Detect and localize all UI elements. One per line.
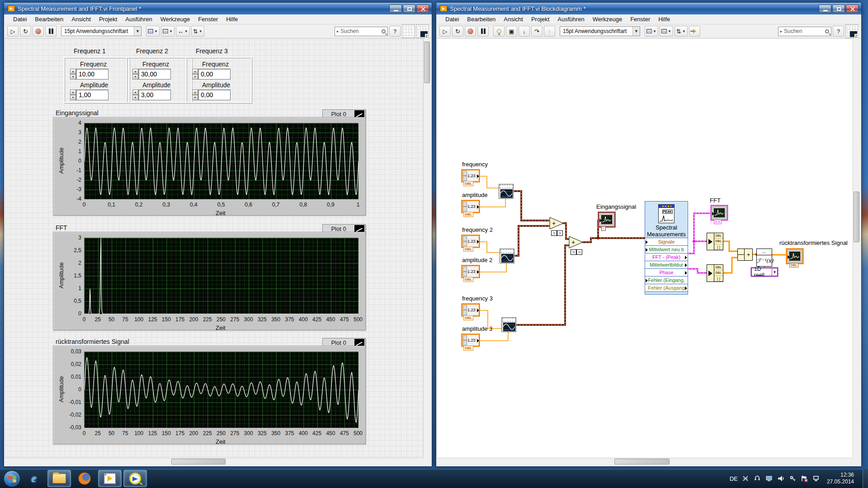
graph-indicator-fft[interactable] — [711, 205, 728, 221]
numeric-control-terminal-amplitude-3[interactable]: 1.23 — [462, 334, 480, 347]
numeric-value[interactable]: 1,00 — [76, 89, 108, 100]
increment-decrement[interactable]: ▲▼ — [70, 89, 76, 100]
abort-button[interactable] — [33, 26, 44, 37]
resize-objects-button[interactable]: ↔▼ — [176, 26, 190, 37]
horizontal-scrollbar[interactable] — [437, 458, 853, 465]
re-im-to-complex-function[interactable]: + — [737, 249, 753, 261]
reorder-objects-button[interactable]: ⇅▼ — [191, 26, 204, 37]
menu-fenster[interactable]: Fenster — [626, 15, 654, 23]
menu-werkzeuge[interactable]: Werkzeuge — [589, 15, 627, 23]
step-out-button[interactable]: ↑ — [544, 26, 555, 37]
menu-fenster[interactable]: Fenster — [194, 15, 222, 23]
terminal-fehler-ausgang[interactable]: Fehler (Ausgang — [645, 284, 688, 291]
distribute-objects-button[interactable]: ▼ — [161, 26, 175, 37]
highlight-execution-button[interactable] — [493, 26, 505, 37]
graph-indicator-eingangssignal[interactable] — [598, 212, 615, 227]
add-function-1[interactable]: + — [549, 217, 564, 231]
font-selector[interactable]: 15pt Anwendungsschriftart▼ — [61, 26, 142, 36]
window-pair-button[interactable] — [845, 24, 858, 38]
numeric-value[interactable]: 0,00 — [198, 69, 231, 80]
numeric-value[interactable]: 30,00 — [138, 69, 171, 80]
show-desktop-button[interactable] — [863, 469, 868, 488]
window-pair-button[interactable] — [416, 24, 429, 38]
menu-bearbeiten[interactable]: Bearbeiten — [463, 15, 500, 23]
abort-button[interactable] — [465, 26, 476, 37]
clean-up-diagram-button[interactable] — [689, 26, 700, 37]
tray-icon-volume[interactable] — [777, 475, 785, 482]
scrollbar-thumb[interactable] — [854, 192, 859, 242]
reorder-objects-button[interactable]: ⇅▼ — [675, 26, 688, 37]
sine-waveform-vi-3[interactable] — [501, 317, 516, 332]
numeric-value[interactable]: 10,00 — [76, 69, 108, 80]
scrollbar-thumb[interactable] — [171, 459, 226, 465]
frequenz-3-frequenz-control[interactable]: ▲▼ 0,00 — [192, 69, 231, 80]
numeric-control-terminal-frequency-3[interactable]: 1.23 — [462, 304, 480, 316]
sine-waveform-vi-2[interactable] — [500, 249, 514, 263]
vertical-scrollbar[interactable] — [423, 39, 431, 458]
menu-ausführen[interactable]: Ausführen — [121, 15, 156, 23]
block-diagram-titlebar[interactable]: Spectral Measurement and IFFT.vi Blockdi… — [436, 3, 861, 14]
frequenz-3-amplitude-control[interactable]: ▲▼ 0,00 — [192, 89, 231, 100]
tray-icon-action-center[interactable] — [801, 475, 808, 482]
font-selector[interactable]: 15pt Anwendungsschriftart▼ — [560, 26, 640, 36]
terminal-mittelwert-neu-b[interactable]: Mittelwert neu b — [645, 245, 688, 253]
close-button[interactable] — [846, 5, 859, 13]
context-help-button[interactable]: ? — [389, 26, 401, 37]
pause-button[interactable] — [477, 26, 489, 37]
step-into-button[interactable]: ↓ — [519, 26, 530, 37]
align-objects-button[interactable]: ▼ — [146, 26, 160, 37]
menu-ausführen[interactable]: Ausführen — [553, 15, 588, 23]
search-input[interactable]: ▸Suchen — [778, 27, 831, 36]
taskbar-app-ni-measurement-tool[interactable] — [123, 470, 147, 487]
panel-grid-button[interactable] — [402, 24, 415, 38]
frequenz-1-frequenz-control[interactable]: ▲▼ 10,00 — [70, 69, 108, 80]
run-continuously-button[interactable]: ↻ — [20, 26, 31, 37]
terminal-phase[interactable]: Phase — [645, 268, 688, 276]
step-over-button[interactable]: ↷ — [531, 26, 542, 37]
frequenz-1-amplitude-control[interactable]: ▲▼ 1,00 — [70, 89, 108, 100]
scrollbar-thumb[interactable] — [424, 42, 430, 83]
search-input[interactable]: ▸Suchen — [335, 27, 388, 36]
menu-ansicht[interactable]: Ansicht — [67, 15, 95, 23]
numeric-control-terminal-amplitude[interactable]: 1.23 — [462, 200, 480, 213]
language-indicator[interactable]: DE — [730, 475, 738, 482]
run-continuously-button[interactable]: ↻ — [452, 26, 463, 37]
sine-waveform-vi-1[interactable] — [499, 184, 514, 199]
menu-hilfe[interactable]: Hilfe — [654, 15, 674, 23]
taskbar-app-labview[interactable] — [98, 470, 122, 487]
increment-decrement[interactable]: ▲▼ — [132, 69, 138, 80]
taskbar-app-windows-explorer[interactable] — [47, 470, 71, 487]
menu-projekt[interactable]: Projekt — [95, 15, 121, 23]
numeric-control-terminal-frequency[interactable]: 1.23 — [462, 169, 480, 182]
menu-projekt[interactable]: Projekt — [527, 15, 553, 23]
increment-decrement[interactable]: ▲▼ — [70, 69, 76, 80]
increment-decrement[interactable]: ▲▼ — [192, 69, 198, 80]
context-help-button[interactable]: ? — [833, 26, 844, 37]
taskbar-app-firefox[interactable] — [73, 470, 96, 487]
inverse-fft-function[interactable]: ↔ℱ⁻¹(x) — [756, 249, 772, 267]
terminal-signale[interactable]: Signale — [645, 238, 688, 245]
minimize-button[interactable] — [819, 5, 831, 13]
numeric-control-terminal-amplitude-2[interactable]: 1.23 — [462, 265, 480, 278]
tray-icon-network[interactable] — [812, 475, 820, 482]
maximize-button[interactable] — [832, 5, 845, 13]
tray-icon-key[interactable] — [789, 475, 797, 482]
maximize-button[interactable] — [403, 5, 415, 13]
frequenz-2-amplitude-control[interactable]: ▲▼ 3,00 — [132, 89, 171, 100]
terminal-fft-peak-[interactable]: FFT - (Peak) — [645, 253, 688, 261]
tray-icon-headset[interactable] — [754, 475, 761, 482]
increment-decrement[interactable]: ▲▼ — [132, 89, 138, 100]
numeric-value[interactable]: 3,00 — [138, 89, 171, 100]
menu-werkzeuge[interactable]: Werkzeuge — [156, 15, 194, 23]
convert-from-dynamic-data-1[interactable]: DBLDBL[ ] — [707, 233, 723, 250]
menu-ansicht[interactable]: Ansicht — [500, 15, 527, 23]
retain-wire-values-button[interactable]: ▣ — [506, 26, 517, 37]
menu-bearbeiten[interactable]: Bearbeiten — [31, 15, 67, 23]
terminal-mittelwertbildur[interactable]: Mittelwertbildur — [645, 261, 688, 268]
menu-hilfe[interactable]: Hilfe — [222, 15, 242, 23]
numeric-control-terminal-frequency-2[interactable]: 1.23 — [462, 235, 480, 248]
run-button[interactable]: ▷ — [7, 26, 19, 37]
align-objects-button[interactable]: ▼ — [645, 26, 658, 37]
convert-from-dynamic-data-2[interactable]: DBLDBL[ ] — [707, 264, 723, 282]
tray-icon-display[interactable] — [765, 475, 773, 482]
